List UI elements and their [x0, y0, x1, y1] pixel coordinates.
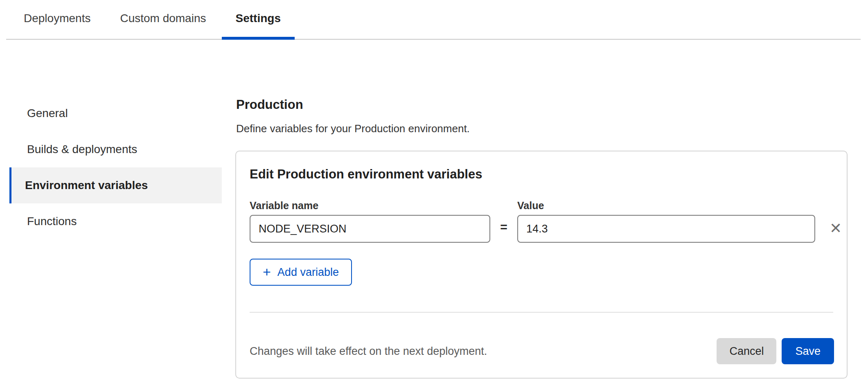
sidebar-item-builds-deployments[interactable]: Builds & deployments	[9, 131, 222, 167]
card-title: Edit Production environment variables	[250, 167, 482, 182]
plus-icon: +	[263, 265, 271, 279]
settings-page: Deployments Custom domains Settings Gene…	[0, 0, 868, 388]
equals-sign: =	[492, 220, 516, 234]
card-footer: Changes will take effect on the next dep…	[250, 338, 834, 364]
tab-settings[interactable]: Settings	[222, 11, 295, 40]
environment-variables-card: Edit Production environment variables Va…	[235, 151, 848, 379]
variable-value-input[interactable]	[517, 215, 815, 243]
close-icon: ✕	[830, 220, 842, 237]
page-tabs: Deployments Custom domains Settings	[6, 0, 861, 40]
tab-custom-domains[interactable]: Custom domains	[106, 11, 220, 40]
card-divider	[250, 312, 833, 313]
save-button[interactable]: Save	[782, 338, 834, 364]
footer-actions: Cancel Save	[717, 338, 834, 364]
value-label: Value	[517, 200, 544, 212]
variable-name-input[interactable]	[250, 215, 490, 243]
cancel-button[interactable]: Cancel	[717, 338, 776, 364]
settings-sidebar: General Builds & deployments Environment…	[9, 95, 222, 239]
add-variable-button[interactable]: + Add variable	[250, 259, 352, 286]
sidebar-item-environment-variables[interactable]: Environment variables	[9, 167, 222, 203]
section-description: Define variables for your Production env…	[236, 122, 470, 135]
remove-variable-button[interactable]: ✕	[824, 217, 847, 240]
sidebar-item-general[interactable]: General	[9, 95, 222, 131]
tab-deployments[interactable]: Deployments	[10, 11, 104, 40]
variable-name-label: Variable name	[250, 200, 318, 212]
sidebar-item-functions[interactable]: Functions	[9, 203, 222, 239]
footer-note: Changes will take effect on the next dep…	[250, 345, 487, 358]
section-title: Production	[236, 97, 303, 112]
add-variable-label: Add variable	[277, 266, 339, 279]
